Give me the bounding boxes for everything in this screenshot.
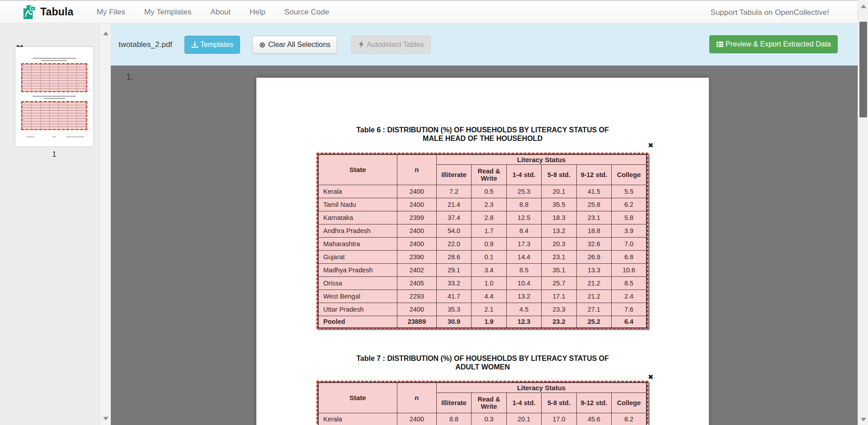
value-cell: 4.5 — [506, 303, 541, 316]
value-cell: 33.2 — [436, 276, 471, 290]
value-cell: 2400 — [397, 303, 436, 316]
state-cell: Kerala — [318, 413, 397, 425]
value-cell: 5.8 — [612, 211, 646, 224]
value-cell: 32.6 — [576, 237, 611, 250]
nav-help[interactable]: Help — [240, 8, 275, 17]
nav-my-files[interactable]: My Files — [87, 8, 135, 17]
nav-source-code[interactable]: Source Code — [275, 8, 339, 17]
value-cell: 20.1 — [506, 413, 541, 425]
brand-home-link[interactable]: Tabula — [21, 4, 74, 21]
value-cell: 23.2 — [542, 316, 576, 328]
value-cell: 25.7 — [542, 276, 576, 290]
autodetect-button-label: Autodetect Tables — [367, 41, 424, 49]
table6-selection-box[interactable]: State n Literacy Status Illiterate Read … — [316, 153, 648, 329]
selection2-close-icon[interactable]: ✖ — [648, 374, 654, 381]
column-header: n — [397, 383, 436, 413]
value-cell: 21.4 — [436, 198, 471, 211]
group-header: Literacy Status — [436, 154, 646, 164]
scroll-up-arrow-icon[interactable] — [103, 32, 108, 35]
table7-selection-box[interactable]: State n Literacy Status Illiterate Read … — [316, 381, 648, 425]
state-cell: Karnataka — [318, 211, 397, 224]
column-header: Read & Write — [472, 392, 506, 413]
value-cell: 18.8 — [576, 224, 611, 237]
value-cell: 2400 — [397, 224, 436, 237]
nav-my-templates[interactable]: My Templates — [135, 8, 201, 17]
scroll-down-arrow-icon[interactable] — [103, 417, 108, 420]
state-cell: Andhra Pradesh — [318, 224, 397, 237]
column-header: Read & Write — [472, 164, 506, 185]
value-cell: 41.5 — [576, 185, 611, 198]
value-cell: 2390 — [397, 250, 436, 263]
value-cell: 10.4 — [506, 276, 541, 290]
table-row: Tamil Nadu240021.42.38.835.525.86.2 — [318, 198, 646, 211]
column-header: 1-4 std. — [506, 164, 541, 185]
thumbnail-selection-2 — [21, 101, 87, 130]
template-save-icon — [191, 41, 198, 48]
window-scrollbar-thumb[interactable] — [859, 22, 867, 117]
value-cell: 25.3 — [506, 185, 541, 198]
table6-title: Table 6 : DISTRIBUTION (%) OF HOUSEHOLDS… — [256, 126, 709, 143]
table7-title-line1: Table 7 : DISTRIBUTION (%) OF HOUSEHOLDS… — [256, 354, 709, 363]
selection1-close-icon[interactable]: ✖ — [648, 142, 654, 149]
column-header: 9-12 std. — [576, 392, 611, 413]
table-row: Kerala24007.20.525.320.141.55.5 — [318, 185, 646, 198]
clear-button-label: Clear All Selections — [268, 41, 330, 49]
window-scrollbar[interactable] — [858, 0, 868, 425]
table7-title: Table 7 : DISTRIBUTION (%) OF HOUSEHOLDS… — [256, 354, 709, 371]
value-cell: 4.4 — [472, 290, 506, 303]
table7-title-line2: ADULT WOMEN — [256, 363, 709, 371]
nav-about[interactable]: About — [201, 8, 240, 17]
value-cell: 29.1 — [436, 263, 471, 276]
sidebar-scrollbar[interactable] — [101, 23, 111, 425]
tabula-pdf-lock-icon — [21, 4, 36, 21]
support-opencollective-link[interactable]: Support Tabula on OpenCollective! — [711, 8, 829, 17]
value-cell: 2400 — [397, 413, 436, 425]
column-header: State — [318, 154, 397, 185]
value-cell: 10.6 — [612, 263, 646, 276]
value-cell: 23.3 — [542, 303, 576, 316]
column-header: Illiterate — [436, 392, 471, 413]
value-cell: 1.7 — [472, 224, 506, 237]
state-cell: Gujarat — [318, 250, 397, 263]
value-cell: 21.2 — [576, 290, 611, 303]
value-cell: 13.3 — [576, 263, 611, 276]
brand-title: Tabula — [40, 6, 74, 18]
state-cell: Uttar Pradesh — [318, 303, 397, 316]
pdf-page-1[interactable]: Table 6 : DISTRIBUTION (%) OF HOUSEHOLDS… — [256, 78, 709, 425]
value-cell: 21.2 — [576, 276, 611, 290]
column-header: 5-8 std. — [542, 392, 576, 413]
value-cell: 2402 — [397, 263, 436, 276]
value-cell: 30.9 — [436, 316, 471, 328]
value-cell: 2399 — [397, 211, 436, 224]
table-row: Karnataka239937.42.812.518.323.15.8 — [318, 211, 646, 224]
table-row: Orissa240533.21.010.425.721.28.5 — [318, 276, 646, 290]
value-cell: 17.1 — [542, 290, 576, 303]
thumbnail-title-line — [33, 58, 76, 59]
value-cell: 35.5 — [542, 198, 576, 211]
value-cell: 6.8 — [612, 250, 646, 263]
column-header: 9-12 std. — [576, 164, 611, 185]
value-cell: 7.6 — [612, 303, 646, 316]
value-cell: 1.9 — [472, 316, 506, 328]
templates-button[interactable]: Templates — [184, 36, 240, 54]
value-cell: 2405 — [397, 276, 436, 290]
value-cell: 13.2 — [542, 224, 576, 237]
table-row: Kerala24008.80.320.117.045.68.2 — [318, 413, 646, 425]
value-cell: 23.1 — [542, 250, 576, 263]
scroll-up-arrow-icon[interactable] — [861, 5, 866, 8]
value-cell: 23889 — [397, 316, 436, 328]
value-cell: 2.8 — [472, 211, 506, 224]
preview-export-button[interactable]: Preview & Export Extracted Data — [709, 35, 838, 53]
value-cell: 8.8 — [436, 413, 471, 425]
column-header: 5-8 std. — [542, 164, 576, 185]
value-cell: 5.5 — [612, 185, 646, 198]
lightning-bolt-icon — [358, 41, 365, 48]
autodetect-tables-button[interactable]: Autodetect Tables — [351, 36, 431, 54]
thumbnail-sidebar: ✖ 1 — [0, 23, 111, 425]
page-1-thumbnail[interactable] — [15, 47, 93, 146]
viewer-page-label: 1. — [126, 72, 134, 82]
column-header: Illiterate — [436, 164, 471, 185]
scroll-down-arrow-icon[interactable] — [861, 418, 866, 421]
value-cell: 14.4 — [506, 250, 541, 263]
clear-all-selections-button[interactable]: ⊗ Clear All Selections — [252, 36, 337, 54]
